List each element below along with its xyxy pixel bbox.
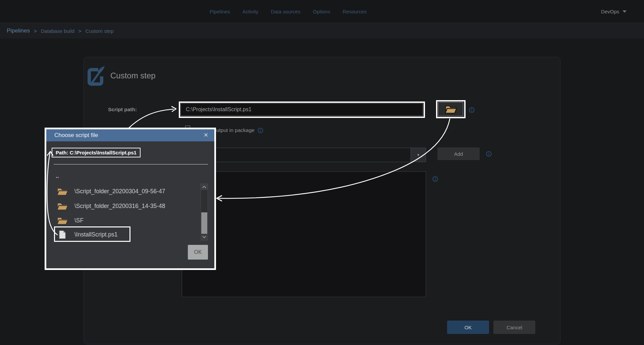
page-title: Custom step: [110, 71, 156, 80]
folder-icon: [56, 186, 68, 196]
breadcrumb-separator: >: [78, 28, 82, 34]
dropdown-arrow-button[interactable]: ▼: [411, 148, 426, 162]
ok-button[interactable]: OK: [447, 321, 489, 334]
list-item-folder[interactable]: \Script_folder_20200304_09-56-47: [56, 185, 191, 197]
info-icon-add[interactable]: [486, 151, 492, 157]
add-button[interactable]: Add: [437, 147, 480, 160]
nav-item-data-sources[interactable]: Data sources: [271, 9, 300, 14]
info-icon-include-output[interactable]: [258, 128, 263, 133]
list-item-label: \Script_folder_20200304_09-56-47: [74, 188, 165, 195]
choose-script-file-dialog: Choose script file ✕ Path: C:\Projects\I…: [45, 128, 216, 270]
scrollbar-thumb[interactable]: [201, 212, 207, 234]
breadcrumb: Pipelines > Database build > Custom step: [7, 23, 114, 39]
list-item-folder[interactable]: \SF: [56, 214, 191, 226]
scroll-down-button[interactable]: [201, 234, 208, 240]
nav-item-options[interactable]: Options: [313, 9, 330, 14]
page: Pipelines Activity Data sources Options …: [0, 0, 644, 345]
nav-item-pipelines[interactable]: Pipelines: [210, 9, 230, 14]
folder-icon: [56, 201, 68, 211]
open-folder-icon: [444, 104, 457, 114]
dialog-scrollbar[interactable]: [201, 184, 208, 240]
info-icon-script-path[interactable]: [469, 107, 475, 113]
breadcrumb-database-build[interactable]: Database build: [41, 28, 74, 34]
user-menu-devops[interactable]: DevOps: [601, 0, 627, 23]
dialog-titlebar[interactable]: Choose script file ✕: [46, 129, 214, 141]
scroll-up-button[interactable]: [201, 184, 208, 190]
file-icon: [56, 229, 68, 239]
list-item-folder[interactable]: \Script_folder_20200316_14-35-48: [56, 200, 191, 212]
list-item-label: \Script_folder_20200316_14-35-48: [74, 203, 165, 210]
dialog-ok-button[interactable]: OK: [188, 245, 208, 260]
info-icon-scripts-area[interactable]: [432, 176, 438, 182]
chevron-down-icon: [623, 10, 627, 13]
dialog-title: Choose script file: [54, 132, 98, 139]
nav-item-resources[interactable]: Resources: [342, 9, 367, 14]
list-item-file-selected[interactable]: \InstallScript.ps1: [56, 228, 191, 240]
browse-folder-button[interactable]: [438, 102, 463, 116]
chevron-up-icon: [202, 186, 206, 188]
breadcrumb-custom-step[interactable]: Custom step: [86, 28, 114, 34]
nav-links: Pipelines Activity Data sources Options …: [210, 0, 367, 23]
chevron-down-icon: [202, 236, 206, 238]
script-path-label: Script path:: [108, 107, 137, 113]
script-select-dropdown[interactable]: ▼: [182, 148, 426, 162]
list-item-label: \InstallScript.ps1: [74, 231, 117, 238]
dialog-separator: [54, 164, 208, 164]
scripts-list-area[interactable]: [182, 171, 426, 297]
breadcrumb-separator: >: [34, 28, 37, 34]
top-nav-bar: Pipelines Activity Data sources Options …: [0, 0, 644, 23]
nav-item-activity[interactable]: Activity: [243, 9, 259, 14]
dialog-selected-path: Path: C:\Projects\InstallScript.ps1: [52, 148, 141, 157]
custom-step-icon: [87, 65, 105, 86]
parent-directory-item[interactable]: ..: [56, 173, 59, 180]
breadcrumb-pipelines[interactable]: Pipelines: [7, 27, 30, 34]
cancel-button[interactable]: Cancel: [493, 321, 535, 334]
chevron-down-icon: ▼: [417, 153, 420, 157]
list-item-label: \SF: [74, 217, 84, 224]
folder-icon: [56, 215, 68, 225]
breadcrumb-bar: Pipelines > Database build > Custom step: [0, 23, 644, 39]
script-path-input[interactable]: [180, 103, 423, 116]
close-icon[interactable]: ✕: [204, 132, 208, 139]
user-menu-label: DevOps: [601, 9, 619, 14]
